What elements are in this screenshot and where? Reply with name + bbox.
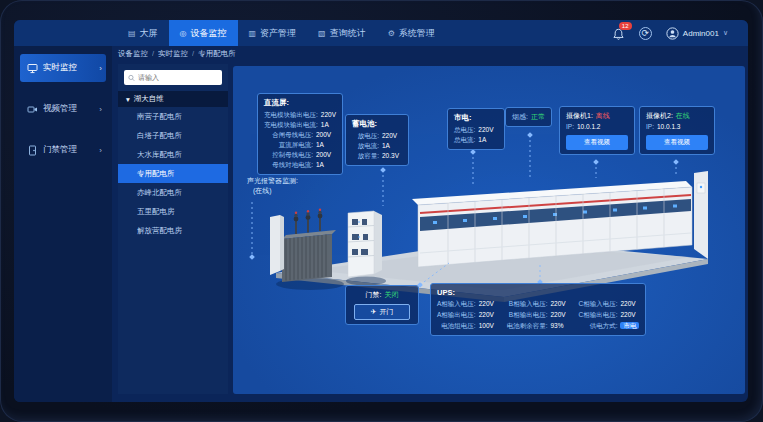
breadcrumb-separator: / xyxy=(192,49,194,59)
alarm-monitor-label: 声光报警器监测: (在线) xyxy=(247,176,298,196)
tab-label: 系统管理 xyxy=(399,27,435,40)
sidebar-item-label: 实时监控 xyxy=(43,62,77,74)
metric-label: C相输出电压: xyxy=(578,310,617,320)
tree-search-box xyxy=(124,70,222,85)
metric-label: 充电模块输出电压: xyxy=(264,110,318,120)
tab-device-monitor[interactable]: ◎设备监控 xyxy=(169,20,238,46)
refresh-icon: ⟳ xyxy=(642,28,650,38)
user-avatar-icon xyxy=(666,27,679,40)
smoke-label: 烟感: xyxy=(512,112,528,122)
monitor-icon: ◎ xyxy=(180,29,187,38)
tab-label: 查询统计 xyxy=(330,27,366,40)
door-status: 关闭 xyxy=(384,290,398,300)
tree-item-station-4-selected[interactable]: 专用配电所 xyxy=(118,164,228,183)
station-3d-view: 直流屏: 充电模块输出电压:220V 充电模块输出电流:1A 合闸母线电压:20… xyxy=(233,66,745,394)
tree-item-station-2[interactable]: 白塔子配电所 xyxy=(118,126,228,145)
metric-value: 200V xyxy=(316,150,336,160)
metric-label: 供电方式: xyxy=(578,321,617,331)
metric-label: C相输入电压: xyxy=(578,299,617,309)
tab-query-stats[interactable]: ▧查询统计 xyxy=(307,20,377,46)
dashboard-icon: ▤ xyxy=(128,29,136,38)
search-input[interactable] xyxy=(138,74,218,81)
tree-item-station-1[interactable]: 南营子配电所 xyxy=(118,107,228,126)
tab-label: 设备监控 xyxy=(191,27,227,40)
room-illustration xyxy=(270,153,710,303)
metric-value: 1A xyxy=(478,135,498,145)
camera1-status: 离线 xyxy=(596,111,610,121)
sidebar-item-realtime-monitor[interactable]: 实时监控 › xyxy=(20,54,106,82)
sidebar-item-video-mgmt[interactable]: 视频管理 › xyxy=(20,95,106,123)
metric-label: 电池剩余容量: xyxy=(507,321,548,331)
search-icon xyxy=(128,74,135,82)
metric-label: 电池组电压: xyxy=(437,321,476,331)
tree-item-station-7[interactable]: 解放营配电房 xyxy=(118,221,228,240)
smoke-sensor-panel: 烟感:正常 xyxy=(505,107,552,127)
power-mode-badge: 市电 xyxy=(620,322,639,329)
metric-value: 93% xyxy=(550,321,570,331)
video-camera-icon xyxy=(27,104,38,115)
collapse-arrow-icon: ▾ xyxy=(126,95,130,104)
breadcrumb-realtime[interactable]: 实时监控 xyxy=(158,49,188,59)
alarm-label-text: 声光报警器监测: xyxy=(247,176,298,186)
metric-value: 1A xyxy=(382,141,402,151)
panel-title: UPS: xyxy=(437,288,639,297)
metric-label: A相输入电压: xyxy=(437,299,476,309)
metric-value: 220V xyxy=(479,310,499,320)
metric-value: 1A xyxy=(321,120,341,130)
sidebar-item-door-access[interactable]: 门禁管理 › xyxy=(20,136,106,164)
user-menu[interactable]: Admin001 ∨ xyxy=(666,27,728,40)
panel-title: 市电: xyxy=(454,113,498,123)
tree-item-station-3[interactable]: 大水库配电所 xyxy=(118,145,228,164)
user-name: Admin001 xyxy=(683,29,719,38)
tab-system-mgmt[interactable]: ⚙系统管理 xyxy=(377,20,446,46)
metric-label: 合闸母线电压: xyxy=(264,130,313,140)
metric-label: 放电流: xyxy=(352,141,379,151)
battery-panel: 蓄电池: 放电压:220V 放电流:1A 放容量:20.3V xyxy=(345,114,409,166)
smoke-status: 正常 xyxy=(531,112,545,122)
breadcrumb: 设备监控 / 实时监控 / 专用配电所 xyxy=(118,49,236,59)
breadcrumb-device-monitor[interactable]: 设备监控 xyxy=(118,49,148,59)
tree-group-label: 湖大自维 xyxy=(134,94,164,104)
metric-value: 220V xyxy=(620,299,640,309)
metric-value: 100V xyxy=(479,321,499,331)
tab-label: 大屏 xyxy=(140,27,158,40)
tree-item-station-5[interactable]: 赤峰北配电所 xyxy=(118,183,228,202)
metric-label: B相输出电压: xyxy=(507,310,548,320)
chevron-down-icon: ∨ xyxy=(723,29,728,37)
gear-icon: ⚙ xyxy=(388,29,395,38)
metric-value: 220V xyxy=(478,125,498,135)
nav-tabs: ▤大屏 ◎设备监控 ▥资产管理 ▧查询统计 ⚙系统管理 xyxy=(117,20,446,46)
panel-title: 直流屏: xyxy=(264,98,336,108)
chevron-right-icon: › xyxy=(99,64,102,73)
metric-label: 总电压: xyxy=(454,125,475,135)
metric-value: 220V xyxy=(382,131,402,141)
metric-label: 放容量: xyxy=(352,151,379,161)
door-label: 门禁: xyxy=(366,290,382,300)
metric-label: A相输出电压: xyxy=(437,310,476,320)
tree-item-station-6[interactable]: 五里配电房 xyxy=(118,202,228,221)
metric-label: 总电流: xyxy=(454,135,475,145)
camera1-view-video-button[interactable]: 查看视频 xyxy=(566,135,628,150)
metric-value: 220V xyxy=(321,110,341,120)
camera2-view-video-button[interactable]: 查看视频 xyxy=(646,135,708,150)
camera2-panel: 摄像机2:在线 IP:10.0.1.3 查看视频 xyxy=(639,106,715,155)
ups-panel: UPS: A相输入电压:220V B相输入电压:220V C相输入电压:220V… xyxy=(430,283,646,336)
metric-value: 220V xyxy=(479,299,499,309)
sidebar-item-label: 视频管理 xyxy=(43,103,77,115)
metric-value: 200V xyxy=(316,130,336,140)
tab-dashboard[interactable]: ▤大屏 xyxy=(117,20,169,46)
notification-bell-button[interactable]: 12 xyxy=(612,27,625,40)
open-door-button[interactable]: ✈开门 xyxy=(354,304,410,320)
tab-asset-mgmt[interactable]: ▥资产管理 xyxy=(238,20,308,46)
door-open-icon: ✈ xyxy=(371,308,377,316)
tree-group-toggle[interactable]: ▾ 湖大自维 xyxy=(118,91,228,107)
metric-value: 1A xyxy=(316,160,336,170)
refresh-button[interactable]: ⟳ xyxy=(639,27,652,40)
camera1-ip: 10.0.1.2 xyxy=(577,123,601,130)
breadcrumb-current-station: 专用配电所 xyxy=(198,49,236,59)
alarm-status: (在线) xyxy=(247,186,298,196)
panel-title: 蓄电池: xyxy=(352,119,402,129)
asset-icon: ▥ xyxy=(249,29,257,38)
tab-label: 资产管理 xyxy=(260,27,296,40)
ip-label: IP: xyxy=(566,123,574,130)
